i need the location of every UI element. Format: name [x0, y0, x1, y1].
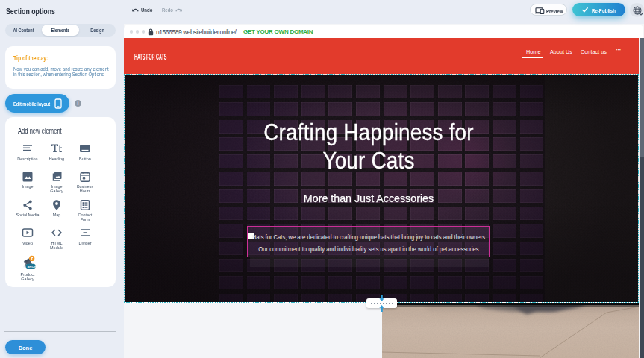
svg-text:SHOP: SHOP [27, 265, 36, 268]
